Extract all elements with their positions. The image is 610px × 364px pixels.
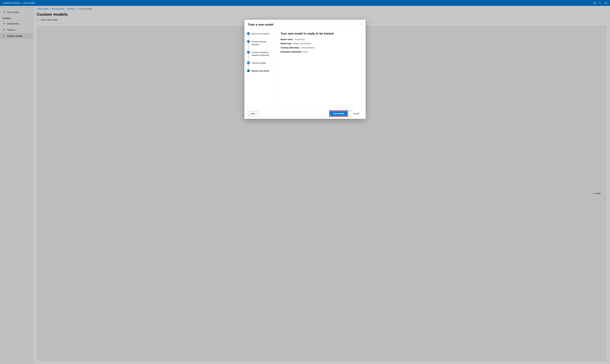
modal-title: Train a new model bbox=[248, 23, 273, 26]
step-label: Choose training datasets bbox=[252, 40, 274, 46]
svg-point-0 bbox=[595, 3, 595, 3]
annotation-highlight: Train model bbox=[329, 110, 348, 117]
modal-review-pane: Your new model is ready to be trained Mo… bbox=[277, 29, 366, 108]
help-icon[interactable]: ? bbox=[599, 2, 602, 4]
feedback-icon[interactable] bbox=[605, 2, 607, 4]
modal-footer: Back Train model Cancel bbox=[244, 108, 366, 119]
step-label: Choose evaluation datasets (Optional) bbox=[252, 51, 274, 57]
close-icon[interactable] bbox=[359, 23, 362, 26]
topbar-left: Cognitive Services | Vision Studio bbox=[3, 2, 35, 4]
review-row: Evaluation dataset(s): None bbox=[280, 51, 361, 53]
review-row: Model name: contosotest bbox=[280, 38, 361, 40]
step-complete-icon bbox=[247, 40, 250, 43]
train-model-modal: Train a new model Name and scenario Choo… bbox=[244, 20, 366, 119]
topbar-right: ? bbox=[594, 2, 607, 4]
review-key: Evaluation dataset(s): bbox=[280, 51, 302, 53]
back-button[interactable]: Back bbox=[248, 111, 258, 116]
svg-point-1 bbox=[605, 2, 607, 4]
step-item[interactable]: Choose evaluation datasets (Optional) bbox=[247, 51, 274, 62]
main: « Vision Studio Contoso Deployments Data… bbox=[0, 6, 610, 364]
gear-icon[interactable] bbox=[594, 2, 596, 4]
review-value: Image classification bbox=[293, 42, 311, 45]
step-item[interactable]: Training budget bbox=[247, 62, 274, 69]
review-row: Model type: Image classification bbox=[280, 42, 361, 45]
modal-step-nav: Name and scenario Choose training datase… bbox=[244, 29, 277, 108]
review-value: None bbox=[303, 51, 308, 53]
step-complete-icon bbox=[247, 32, 250, 35]
footer-right: Train model Cancel bbox=[329, 110, 362, 117]
review-key: Model name: bbox=[280, 38, 293, 40]
review-value: contosotest bbox=[294, 38, 305, 40]
review-heading: Your new model is ready to be trained bbox=[280, 32, 361, 35]
step-item[interactable]: Review and finish bbox=[247, 69, 274, 72]
step-label: Review and finish bbox=[252, 69, 269, 72]
cancel-button[interactable]: Cancel bbox=[350, 111, 362, 116]
modal-header: Train a new model bbox=[244, 20, 366, 29]
step-complete-icon bbox=[247, 62, 250, 64]
step-current-icon bbox=[247, 69, 250, 72]
step-label: Training budget bbox=[252, 62, 266, 65]
review-row: Training dataset(s): contosodataset bbox=[280, 46, 361, 49]
train-model-button[interactable]: Train model bbox=[330, 111, 347, 116]
review-key: Training dataset(s): bbox=[280, 46, 300, 49]
review-key: Model type: bbox=[280, 42, 292, 45]
step-item[interactable]: Name and scenario bbox=[247, 32, 274, 40]
brand-label: Cognitive Services bbox=[3, 2, 20, 4]
topbar-separator: | bbox=[21, 2, 22, 4]
step-label: Name and scenario bbox=[252, 32, 269, 35]
topbar: Cognitive Services | Vision Studio ? bbox=[0, 0, 610, 6]
review-value: contosodataset bbox=[301, 46, 315, 49]
modal-body: Name and scenario Choose training datase… bbox=[244, 29, 366, 108]
step-item[interactable]: Choose training datasets bbox=[247, 40, 274, 51]
step-complete-icon bbox=[247, 51, 250, 54]
product-label: Vision Studio bbox=[23, 2, 35, 4]
